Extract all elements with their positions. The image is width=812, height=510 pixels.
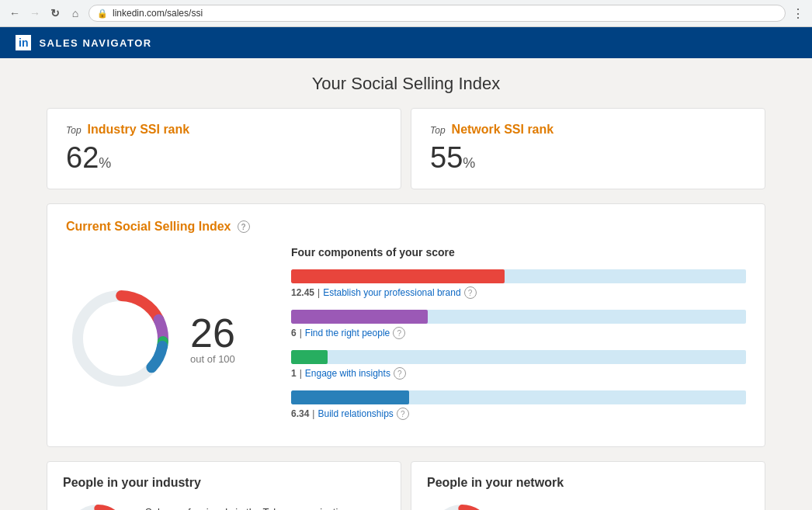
industry-top-label: Top	[66, 125, 82, 136]
ssi-donut-chart	[66, 284, 175, 393]
ssi-score: 26 out of 100	[190, 313, 235, 365]
address-bar[interactable]: 🔒 linkedin.com/sales/ssi	[88, 5, 786, 22]
linkedin-logo: in	[16, 35, 31, 50]
industry-description: Sales professionals in the Telecommunica…	[145, 505, 385, 510]
comp-label-3: 1 | Engage with insights ?	[291, 367, 746, 380]
comp-bar-fill-3	[291, 350, 328, 364]
comp-bar-fill-2	[291, 310, 428, 324]
components-area: Four components of your score 12.45 | Es…	[291, 246, 746, 431]
industry-rank-card: Top Industry SSI rank 62%	[47, 108, 401, 189]
comp-label-1: 12.45 | Establish your professional bran…	[291, 286, 746, 299]
home-button[interactable]: ⌂	[68, 6, 82, 20]
logo-text: in	[19, 36, 28, 49]
page-content: Your Social Selling Index Top Industry S…	[0, 58, 812, 510]
comp-label-2: 6 | Find the right people ?	[291, 327, 746, 339]
bottom-row: People in your industry 32 out of 100	[47, 461, 765, 510]
comp-bar-fill-1	[291, 269, 505, 283]
industry-card-body: 32 out of 100 Sales professionals in the…	[63, 501, 385, 510]
lock-icon: 🔒	[97, 9, 108, 19]
ssi-body: 26 out of 100 Four components of your sc…	[66, 246, 746, 431]
comp-help-2[interactable]: ?	[393, 327, 405, 339]
comp-link-4[interactable]: Build relationships	[318, 408, 393, 419]
industry-rank-percent: %	[99, 155, 111, 171]
ssi-score-value: 26	[190, 313, 235, 353]
ssi-title-text: Current Social Selling Index	[66, 220, 231, 234]
ssi-main-card: Current Social Selling Index ?	[47, 203, 765, 447]
comp-link-1[interactable]: Establish your professional brand	[323, 287, 460, 298]
comp-bar-track-4	[291, 390, 746, 404]
ssi-chart-area: 26 out of 100	[66, 246, 268, 431]
comp-value-1: 12.45	[291, 287, 314, 298]
comp-help-3[interactable]: ?	[394, 367, 406, 380]
component-3: 1 | Engage with insights ?	[291, 350, 746, 380]
network-top-label: Top	[430, 125, 446, 136]
comp-bar-fill-4	[291, 390, 409, 404]
network-rank-value: 55	[430, 141, 463, 174]
network-card-body: 29 out of 100 People in your network hav…	[427, 501, 749, 510]
components-title: Four components of your score	[291, 246, 746, 258]
comp-help-1[interactable]: ?	[464, 286, 477, 299]
page-title: Your Social Selling Index	[47, 74, 765, 94]
comp-bar-track-1	[291, 269, 746, 283]
network-donut: 29 out of 100	[427, 501, 497, 510]
industry-card-title: People in your industry	[63, 476, 385, 490]
network-rank-title: Network SSI rank	[452, 123, 554, 137]
component-1: 12.45 | Establish your professional bran…	[291, 269, 746, 299]
comp-link-3[interactable]: Engage with insights	[305, 368, 390, 379]
network-card: People in your network 29 out of 100	[411, 461, 765, 510]
ssi-card-title: Current Social Selling Index ?	[66, 220, 746, 234]
header-title: SALES NAVIGATOR	[39, 37, 151, 49]
reload-button[interactable]: ↻	[48, 6, 62, 20]
component-4: 6.34 | Build relationships ?	[291, 390, 746, 420]
ssi-help-icon[interactable]: ?	[238, 220, 250, 233]
back-button[interactable]: ←	[8, 6, 22, 20]
comp-bar-track-2	[291, 310, 746, 324]
url-text: linkedin.com/sales/ssi	[113, 8, 203, 19]
grid-button[interactable]: ⋮	[792, 6, 804, 21]
rank-row: Top Industry SSI rank 62% Top Network SS…	[47, 108, 765, 189]
comp-label-4: 6.34 | Build relationships ?	[291, 408, 746, 420]
network-card-title: People in your network	[427, 476, 749, 490]
industry-text: Sales professionals in the Telecommunica…	[145, 505, 385, 510]
browser-chrome: ← → ↻ ⌂ 🔒 linkedin.com/sales/ssi ⋮	[0, 0, 812, 27]
comp-value-3: 1	[291, 368, 297, 379]
network-rank-card: Top Network SSI rank 55%	[411, 108, 765, 189]
industry-rank-value: 62	[66, 141, 99, 174]
comp-link-2[interactable]: Find the right people	[305, 328, 390, 338]
industry-donut: 32 out of 100	[63, 501, 133, 510]
ssi-score-label: out of 100	[190, 353, 235, 365]
forward-button[interactable]: →	[28, 6, 42, 20]
industry-card: People in your industry 32 out of 100	[47, 461, 401, 510]
component-2: 6 | Find the right people ?	[291, 310, 746, 339]
comp-bar-track-3	[291, 350, 746, 364]
network-rank-percent: %	[463, 155, 475, 171]
comp-help-4[interactable]: ?	[397, 408, 409, 420]
comp-value-2: 6	[291, 328, 297, 338]
comp-value-4: 6.34	[291, 408, 309, 419]
linkedin-header: in SALES NAVIGATOR	[0, 27, 812, 58]
industry-rank-title: Industry SSI rank	[88, 123, 190, 137]
